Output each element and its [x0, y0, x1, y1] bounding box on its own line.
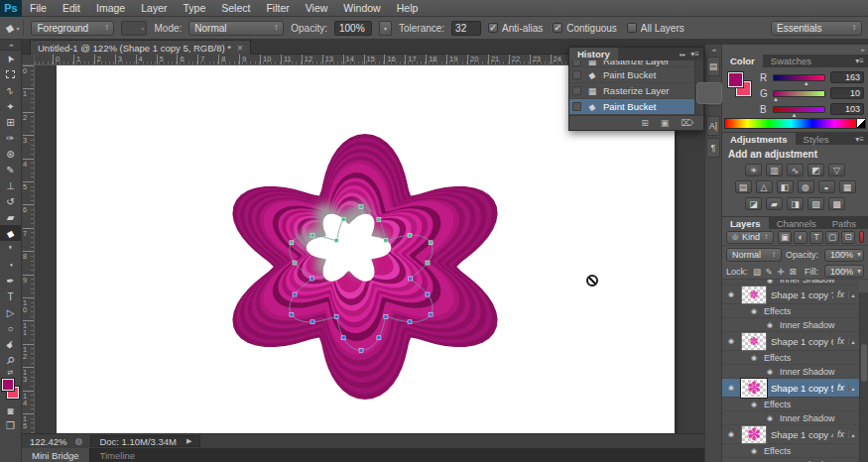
fill-source-select[interactable]: Foreground ↕: [31, 21, 114, 36]
visibility-eye-icon[interactable]: ◉: [748, 447, 760, 455]
tab-timeline[interactable]: Timeline: [90, 448, 146, 462]
foreground-color-swatch[interactable]: [2, 379, 14, 391]
black-white-swatch[interactable]: [856, 119, 865, 128]
panel-menu-icon[interactable]: ▾≡: [690, 50, 699, 58]
path-anchor-point[interactable]: [290, 312, 294, 316]
history-source-checkbox[interactable]: [572, 60, 581, 66]
layer-thumbnail[interactable]: ✽: [741, 425, 767, 444]
layer-inner-shadow-row[interactable]: ◉Inner Shadow: [722, 458, 859, 462]
path-anchor-point[interactable]: [429, 312, 433, 316]
expand-panels-icon[interactable]: ◂◂: [705, 45, 721, 55]
path-anchor-point[interactable]: [310, 320, 314, 324]
layer-fx-badge[interactable]: fx: [837, 429, 844, 439]
lock-position-icon[interactable]: ✛: [776, 267, 787, 277]
color-balance-icon[interactable]: △: [756, 180, 773, 193]
quick-mask-button[interactable]: ◙: [0, 404, 21, 418]
path-anchor-point[interactable]: [408, 320, 412, 324]
visibility-eye-icon[interactable]: ◉: [725, 384, 737, 392]
active-tool-preset[interactable]: ◆ ▾: [6, 20, 24, 36]
quick-selection-tool[interactable]: ✦: [0, 98, 21, 114]
filter-toggle-switch[interactable]: [859, 231, 864, 243]
path-anchor-point[interactable]: [293, 261, 297, 265]
visibility-eye-icon[interactable]: ◉: [748, 307, 760, 315]
layer-row-shape-1-copy-4[interactable]: ◉✽Shape 1 copy 4fx▴: [722, 425, 859, 444]
checkbox-icon[interactable]: [627, 23, 637, 33]
tab-paths[interactable]: Paths: [824, 217, 864, 229]
zoom-tool[interactable]: ⚲: [0, 352, 21, 368]
menu-item-edit[interactable]: Edit: [55, 0, 88, 17]
visibility-eye-icon[interactable]: ◉: [764, 280, 776, 285]
posterize-icon[interactable]: ▰: [766, 197, 783, 210]
path-anchor-point[interactable]: [409, 277, 413, 281]
invert-icon[interactable]: ◪: [745, 197, 762, 210]
path-anchor-point[interactable]: [310, 233, 314, 237]
filter-adjustment-layers-icon[interactable]: ◐: [794, 231, 807, 244]
history-source-checkbox[interactable]: [572, 102, 581, 111]
checkbox-anti-alias[interactable]: ✓Anti-alias: [488, 23, 543, 34]
foreground-color-swatch[interactable]: [728, 72, 743, 87]
history-state-rasterize-layer[interactable]: ▦Rasterize Layer: [569, 83, 694, 99]
screen-mode-button[interactable]: ❐: [0, 418, 21, 433]
layer-fx-badge[interactable]: fx: [837, 289, 844, 299]
history-source-checkbox[interactable]: [572, 86, 581, 95]
workspace-select[interactable]: Essentials ↕: [771, 21, 862, 36]
menu-item-image[interactable]: Image: [88, 0, 133, 17]
layer-inner-shadow-row[interactable]: ◉Inner Shadow: [722, 318, 859, 332]
visibility-eye-icon[interactable]: ◉: [764, 414, 776, 422]
tab-layers[interactable]: Layers: [722, 217, 769, 229]
slider-thumb-icon[interactable]: ▲: [804, 80, 809, 86]
layer-row-shape-1-copy-6[interactable]: ◉✽Shape 1 copy 6fx▴: [722, 332, 859, 351]
path-anchor-point[interactable]: [377, 217, 381, 221]
eyedropper-tool[interactable]: ✑: [0, 130, 21, 146]
history-state-paint-bucket[interactable]: ◆Paint Bucket: [569, 99, 694, 115]
panel-menu-icon[interactable]: ▾≡: [851, 55, 868, 67]
history-panel-header[interactable]: History ▸▸ ▾≡: [569, 48, 703, 60]
filter-shape-layers-icon[interactable]: ▢: [825, 231, 839, 244]
marquee-tool[interactable]: [0, 66, 21, 82]
filter-smart-objects-icon[interactable]: ⊡: [841, 231, 855, 244]
visibility-eye-icon[interactable]: ◉: [764, 368, 776, 376]
checkbox-contiguous[interactable]: ✓Contiguous: [553, 23, 617, 34]
path-anchor-point[interactable]: [426, 261, 430, 265]
crop-tool[interactable]: ⊞: [0, 114, 21, 130]
path-anchor-point[interactable]: [334, 239, 338, 243]
menu-item-filter[interactable]: Filter: [258, 0, 297, 17]
layer-thumbnail[interactable]: ✽: [741, 379, 767, 398]
dodge-tool[interactable]: ◔: [0, 257, 21, 273]
exposure-icon[interactable]: ◩: [807, 164, 824, 176]
layer-opacity-select[interactable]: 100% ▾: [824, 249, 864, 262]
ellipse-tool[interactable]: ○: [0, 320, 21, 336]
layer-effects-row[interactable]: ◉Effects: [722, 444, 859, 458]
path-anchor-point[interactable]: [429, 241, 433, 245]
path-anchor-point[interactable]: [310, 277, 313, 281]
path-anchor-point[interactable]: [334, 315, 338, 319]
new-snapshot-icon[interactable]: ▣: [661, 118, 670, 128]
filter-kind-select[interactable]: ◎ Kind ↕: [726, 231, 774, 244]
tab-adjustments[interactable]: Adjustments: [722, 133, 796, 145]
zoom-level[interactable]: 122.42%: [30, 436, 67, 447]
black-white-icon[interactable]: ◧: [777, 180, 794, 193]
channel-slider-r[interactable]: ▲: [773, 74, 825, 81]
tolerance-input[interactable]: [451, 21, 481, 36]
path-selection-tool[interactable]: ▷: [0, 304, 21, 320]
pen-tool[interactable]: ✒: [0, 273, 21, 289]
collapse-effects-icon[interactable]: ▴: [848, 431, 857, 438]
lock-pixels-icon[interactable]: ✎: [764, 267, 775, 277]
channel-slider-g[interactable]: ▲: [773, 90, 825, 97]
path-anchor-point[interactable]: [377, 336, 381, 340]
lasso-tool[interactable]: ∿: [0, 82, 21, 98]
path-anchor-point[interactable]: [359, 205, 363, 209]
visibility-eye-icon[interactable]: ◉: [725, 430, 737, 438]
brightness-contrast-icon[interactable]: ☀: [745, 164, 762, 176]
menu-item-view[interactable]: View: [298, 0, 336, 17]
character-panel-icon[interactable]: A|: [706, 116, 720, 136]
blend-mode-select[interactable]: Normal ↕: [726, 248, 782, 262]
color-lookup-icon[interactable]: ▦: [839, 180, 856, 193]
history-brush-tool[interactable]: ↺: [0, 193, 21, 209]
collapse-effects-icon[interactable]: ▴: [848, 385, 857, 392]
tab-mini-bridge[interactable]: Mini Bridge: [22, 448, 90, 462]
layer-effects-row[interactable]: ◉Effects: [722, 304, 859, 318]
menu-item-layer[interactable]: Layer: [133, 0, 175, 17]
layer-thumbnail[interactable]: ✽: [741, 332, 767, 351]
layers-scrollbar[interactable]: [859, 292, 868, 462]
